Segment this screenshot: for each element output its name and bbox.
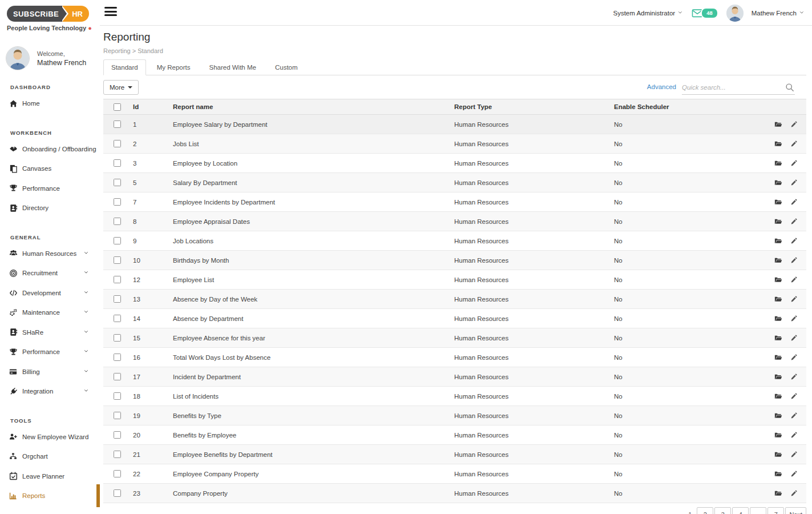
row-checkbox[interactable] [114,470,121,477]
select-all-checkbox[interactable] [114,103,121,111]
pagination-page-7[interactable]: 7 [767,507,784,514]
edit-report-icon[interactable] [790,198,798,206]
edit-report-icon[interactable] [790,237,798,245]
open-report-icon[interactable] [774,276,782,284]
sidebar-item-maintenance[interactable]: Maintenance [0,303,100,323]
edit-report-icon[interactable] [790,412,798,420]
advanced-search-link[interactable]: Advanced [647,83,676,90]
sidebar-item-human-resources[interactable]: Human Resources [0,244,100,264]
sidebar-item-development[interactable]: Development [0,283,100,303]
edit-report-icon[interactable] [790,451,798,459]
table-row[interactable]: 1Employee Salary by DepartmentHuman Reso… [103,115,806,134]
pagination-page-[interactable]: … [750,507,766,514]
table-row[interactable]: 10Birthdays by MonthHuman ResourcesNo [103,251,806,270]
edit-report-icon[interactable] [790,489,798,497]
pagination-page-3[interactable]: 3 [714,507,731,514]
open-report-icon[interactable] [774,198,782,206]
sidebar-item-recruitment[interactable]: Recruitment [0,263,100,283]
pagination-next-button[interactable]: Next [785,507,806,514]
edit-report-icon[interactable] [790,470,798,478]
open-report-icon[interactable] [774,218,782,226]
row-checkbox[interactable] [114,276,121,283]
open-report-icon[interactable] [774,392,782,400]
edit-report-icon[interactable] [790,295,798,303]
open-report-icon[interactable] [774,431,782,439]
row-checkbox[interactable] [114,218,121,225]
user-menu[interactable]: Mathew French [752,10,805,17]
more-button[interactable]: More [103,80,139,95]
edit-report-icon[interactable] [790,373,798,381]
edit-report-icon[interactable] [790,218,798,226]
row-checkbox[interactable] [114,334,121,342]
table-row[interactable]: 14Absence by DepartmentHuman ResourcesNo [103,309,806,328]
table-row[interactable]: 15Employee Absence for this yearHuman Re… [103,328,806,348]
sidebar-item-home[interactable]: Home [0,94,100,114]
edit-report-icon[interactable] [790,315,798,323]
table-row[interactable]: 3Employee by LocationHuman ResourcesNo [103,154,806,173]
open-report-icon[interactable] [774,470,782,478]
row-checkbox[interactable] [114,451,121,458]
sidebar-item-canvases[interactable]: Canvases [0,159,100,179]
open-report-icon[interactable] [774,451,782,459]
sidebar-item-orgchart[interactable]: Orgchart [0,447,100,467]
role-switcher[interactable]: System Administrator [613,10,684,17]
row-checkbox[interactable] [114,315,121,322]
row-checkbox[interactable] [114,256,121,264]
table-row[interactable]: 21Employee Benefits by DepartmentHuman R… [103,445,806,464]
edit-report-icon[interactable] [790,159,798,167]
row-checkbox[interactable] [114,392,121,400]
sidebar-item-integration[interactable]: Integration [0,382,100,401]
row-checkbox[interactable] [114,431,121,439]
search-icon[interactable] [785,82,795,93]
pagination-page-2[interactable]: 2 [697,507,713,514]
user-avatar[interactable] [726,5,744,22]
table-row[interactable]: 13Absence by Day of the WeekHuman Resour… [103,290,806,309]
sidebar-item-leave-planner[interactable]: Leave Planner [0,467,100,487]
table-row[interactable]: 9Job LocationsHuman ResourcesNo [103,231,806,251]
tab-my-reports[interactable]: My Reports [149,59,199,75]
table-row[interactable]: 19Benefits by TypeHuman ResourcesNo [103,406,806,425]
open-report-icon[interactable] [774,159,782,167]
sidebar-item-onboarding-offboarding[interactable]: Onboarding / Offboarding [0,139,100,159]
row-checkbox[interactable] [114,373,121,380]
edit-report-icon[interactable] [790,334,798,342]
open-report-icon[interactable] [774,354,782,362]
edit-report-icon[interactable] [790,256,798,264]
table-row[interactable]: 18List of IncidentsHuman ResourcesNo [103,387,806,406]
pagination-page-1[interactable]: 1 [684,507,696,514]
edit-report-icon[interactable] [790,431,798,439]
messages-button[interactable]: 48 [692,7,718,19]
table-row[interactable]: 23Company PropertyHuman ResourcesNo [103,484,806,503]
table-row[interactable]: 8Employee Appraisal DatesHuman Resources… [103,212,806,231]
table-row[interactable]: 12Employee ListHuman ResourcesNo [103,270,806,290]
tab-standard[interactable]: Standard [103,59,146,75]
sidebar-item-share[interactable]: SHaRe [0,323,100,343]
row-checkbox[interactable] [114,354,121,361]
pagination-page-4[interactable]: 4 [732,507,749,514]
table-row[interactable]: 20Benefits by EmployeeHuman ResourcesNo [103,425,806,445]
open-report-icon[interactable] [774,334,782,342]
row-checkbox[interactable] [114,159,121,167]
table-row[interactable]: 16Total Work Days Lost by AbsenceHuman R… [103,348,806,367]
table-row[interactable]: 5Salary By DepartmentHuman ResourcesNo [103,173,806,192]
edit-report-icon[interactable] [790,179,798,187]
open-report-icon[interactable] [774,237,782,245]
table-row[interactable]: 17Incident by DepartmentHuman ResourcesN… [103,367,806,387]
edit-report-icon[interactable] [790,392,798,400]
open-report-icon[interactable] [774,295,782,303]
row-checkbox[interactable] [114,179,121,186]
open-report-icon[interactable] [774,179,782,187]
sidebar-item-directory[interactable]: Directory [0,198,100,218]
table-row[interactable]: 7Employee Incidents by DepartmentHuman R… [103,192,806,212]
open-report-icon[interactable] [774,489,782,497]
search-input[interactable] [682,84,785,91]
sidebar-item-reports[interactable]: Reports [0,486,100,506]
row-checkbox[interactable] [114,237,121,244]
edit-report-icon[interactable] [790,276,798,284]
open-report-icon[interactable] [774,412,782,420]
row-checkbox[interactable] [114,121,121,128]
open-report-icon[interactable] [774,373,782,381]
open-report-icon[interactable] [774,140,782,148]
row-checkbox[interactable] [114,412,121,419]
table-row[interactable]: 2Jobs ListHuman ResourcesNo [103,134,806,154]
